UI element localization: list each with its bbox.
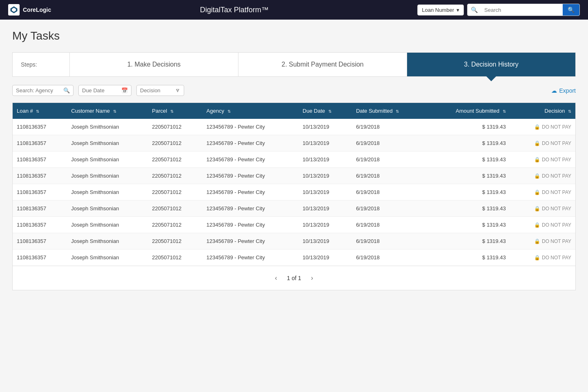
sort-icon-amount: ⇅ <box>503 109 506 114</box>
cell-parcel-6: 2205071012 <box>148 217 202 233</box>
table-row[interactable]: 1108136357 Joseph Smithsonian 2205071012… <box>13 184 575 200</box>
cell-date-submitted-8: 6/19/2018 <box>352 249 426 266</box>
cell-due-date-8: 10/13/2019 <box>298 249 352 266</box>
table-row[interactable]: 1108136357 Joseph Smithsonian 2205071012… <box>13 233 575 249</box>
decision-value: DO NOT PAY <box>542 157 571 163</box>
cell-decision-4: 🔒 DO NOT PAY <box>510 184 575 200</box>
col-customer-name[interactable]: Customer Name ⇅ <box>67 103 148 119</box>
due-date-input[interactable] <box>82 87 119 94</box>
cell-agency-4: 123456789 - Pewter City <box>203 184 299 200</box>
cell-amount-4: $ 1319.43 <box>426 184 510 200</box>
cell-agency-2: 123456789 - Pewter City <box>203 151 299 168</box>
dropdown-label: Loan Number <box>422 7 454 13</box>
table-row[interactable]: 1108136357 Joseph Smithsonian 2205071012… <box>13 249 575 266</box>
decision-value: DO NOT PAY <box>542 238 571 244</box>
cell-due-date-3: 10/13/2019 <box>298 168 352 184</box>
cell-loan-2: 1108136357 <box>13 151 67 168</box>
agency-filter-wrap: 🔍 <box>12 85 74 96</box>
cell-agency-6: 123456789 - Pewter City <box>203 217 299 233</box>
cell-loan-8: 1108136357 <box>13 249 67 266</box>
lock-icon: 🔒 <box>534 238 540 244</box>
cell-amount-3: $ 1319.43 <box>426 168 510 184</box>
lock-icon: 🔒 <box>534 189 540 195</box>
cell-parcel-0: 2205071012 <box>148 119 202 135</box>
sort-icon-agency: ⇅ <box>227 109 231 114</box>
table-row[interactable]: 1108136357 Joseph Smithsonian 2205071012… <box>13 151 575 168</box>
cell-agency-5: 123456789 - Pewter City <box>203 200 299 217</box>
col-due-date[interactable]: Due Date ⇅ <box>298 103 352 119</box>
page-content: My Tasks Steps: 1. Make Decisions 2. Sub… <box>0 20 588 300</box>
cell-customer-2: Joseph Smithsonian <box>67 151 148 168</box>
steps-label: Steps: <box>13 53 70 76</box>
lock-icon: 🔒 <box>534 173 540 179</box>
cell-due-date-5: 10/13/2019 <box>298 200 352 217</box>
table-row[interactable]: 1108136357 Joseph Smithsonian 2205071012… <box>13 168 575 184</box>
sort-icon-parcel: ⇅ <box>170 109 174 114</box>
table-row[interactable]: 1108136357 Joseph Smithsonian 2205071012… <box>13 200 575 217</box>
decision-value: DO NOT PAY <box>542 140 571 146</box>
cell-due-date-0: 10/13/2019 <box>298 119 352 135</box>
next-page-button[interactable]: › <box>308 273 316 283</box>
page-info: 1 of 1 <box>287 275 301 281</box>
table-row[interactable]: 1108136357 Joseph Smithsonian 2205071012… <box>13 119 575 135</box>
cell-date-submitted-3: 6/19/2018 <box>352 168 426 184</box>
decision-value: DO NOT PAY <box>542 222 571 228</box>
cell-amount-7: $ 1319.43 <box>426 233 510 249</box>
tab-submit-payment[interactable]: 2. Submit Payment Decision <box>238 53 407 76</box>
calendar-icon: 📅 <box>121 87 128 94</box>
sort-icon-decision: ⇅ <box>568 109 571 114</box>
cell-customer-0: Joseph Smithsonian <box>67 119 148 135</box>
page-title: My Tasks <box>12 29 576 42</box>
pagination: ‹ 1 of 1 › <box>13 266 575 290</box>
cell-parcel-7: 2205071012 <box>148 233 202 249</box>
decision-value: DO NOT PAY <box>542 189 571 195</box>
col-amount-submitted[interactable]: Amount Submitted ⇅ <box>426 103 510 119</box>
prev-page-button[interactable]: ‹ <box>272 273 280 283</box>
cell-agency-0: 123456789 - Pewter City <box>203 119 299 135</box>
cell-parcel-2: 2205071012 <box>148 151 202 168</box>
sort-icon-customer: ⇅ <box>113 109 116 114</box>
loan-number-dropdown[interactable]: Loan Number ▾ <box>417 4 464 16</box>
search-icon: 🔍 <box>468 4 481 16</box>
sort-icon-loan: ⇅ <box>36 109 39 114</box>
cell-loan-4: 1108136357 <box>13 184 67 200</box>
cell-decision-1: 🔒 DO NOT PAY <box>510 135 575 151</box>
table-row[interactable]: 1108136357 Joseph Smithsonian 2205071012… <box>13 135 575 151</box>
col-agency[interactable]: Agency ⇅ <box>203 103 299 119</box>
cell-decision-8: 🔒 DO NOT PAY <box>510 249 575 266</box>
table-row[interactable]: 1108136357 Joseph Smithsonian 2205071012… <box>13 217 575 233</box>
cell-loan-6: 1108136357 <box>13 217 67 233</box>
export-button[interactable]: ☁ Export <box>551 87 576 94</box>
cell-customer-1: Joseph Smithsonian <box>67 135 148 151</box>
lock-icon: 🔒 <box>534 140 540 146</box>
cell-parcel-1: 2205071012 <box>148 135 202 151</box>
col-parcel[interactable]: Parcel ⇅ <box>148 103 202 119</box>
filter-icon: ⛛ <box>175 87 180 94</box>
table-header-row: Loan # ⇅ Customer Name ⇅ Parcel ⇅ Agency… <box>13 103 575 119</box>
cell-loan-0: 1108136357 <box>13 119 67 135</box>
col-decision[interactable]: Decision ⇅ <box>510 103 575 119</box>
col-loan-num[interactable]: Loan # ⇅ <box>13 103 67 119</box>
cell-customer-3: Joseph Smithsonian <box>67 168 148 184</box>
cell-due-date-1: 10/13/2019 <box>298 135 352 151</box>
search-submit-button[interactable]: 🔍 <box>563 4 579 16</box>
cell-decision-5: 🔒 DO NOT PAY <box>510 200 575 217</box>
cell-agency-8: 123456789 - Pewter City <box>203 249 299 266</box>
cell-agency-3: 123456789 - Pewter City <box>203 168 299 184</box>
cell-loan-7: 1108136357 <box>13 233 67 249</box>
col-date-submitted[interactable]: Date Submitted ⇅ <box>352 103 426 119</box>
table-container: Loan # ⇅ Customer Name ⇅ Parcel ⇅ Agency… <box>12 102 576 290</box>
cell-amount-1: $ 1319.43 <box>426 135 510 151</box>
decision-filter-input[interactable] <box>140 87 173 94</box>
cell-agency-1: 123456789 - Pewter City <box>203 135 299 151</box>
cell-parcel-5: 2205071012 <box>148 200 202 217</box>
tab-decision-history[interactable]: 3. Decision History <box>407 53 575 76</box>
agency-search-input[interactable] <box>16 87 61 94</box>
tab-make-decisions[interactable]: 1. Make Decisions <box>70 53 238 76</box>
cell-decision-0: 🔒 DO NOT PAY <box>510 119 575 135</box>
decision-value: DO NOT PAY <box>542 206 571 212</box>
cell-date-submitted-0: 6/19/2018 <box>352 119 426 135</box>
cloud-upload-icon: ☁ <box>551 87 557 94</box>
cell-date-submitted-5: 6/19/2018 <box>352 200 426 217</box>
search-input[interactable] <box>481 5 563 15</box>
